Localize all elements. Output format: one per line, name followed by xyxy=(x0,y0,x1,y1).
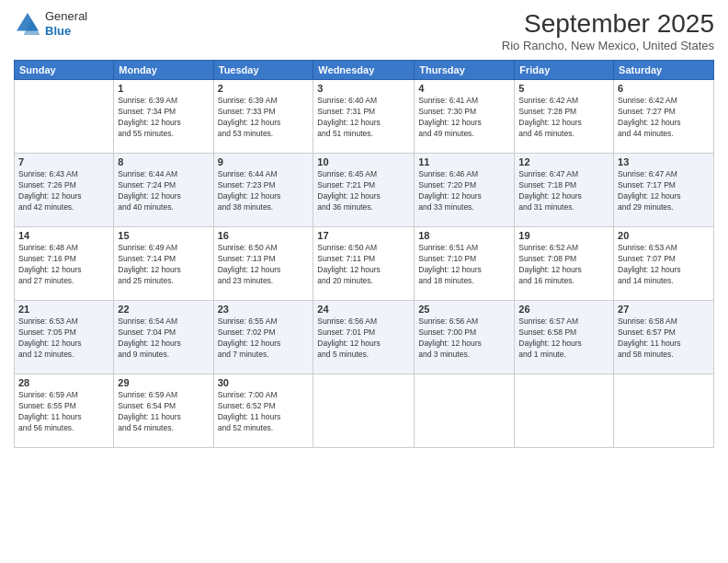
day-number: 20 xyxy=(618,230,710,241)
calendar-header-monday: Monday xyxy=(114,61,213,80)
calendar-day-cell: 4Sunrise: 6:41 AMSunset: 7:30 PMDaylight… xyxy=(415,80,515,154)
day-info: Sunrise: 6:41 AMSunset: 7:30 PMDaylight:… xyxy=(418,96,510,140)
day-info: Sunrise: 6:39 AMSunset: 7:34 PMDaylight:… xyxy=(118,96,209,140)
calendar-day-cell: 8Sunrise: 6:44 AMSunset: 7:24 PMDaylight… xyxy=(114,154,213,227)
calendar-day-cell: 7Sunrise: 6:43 AMSunset: 7:26 PMDaylight… xyxy=(15,154,114,227)
calendar-header-sunday: Sunday xyxy=(15,61,114,80)
day-info: Sunrise: 6:42 AMSunset: 7:27 PMDaylight:… xyxy=(618,96,710,140)
day-info: Sunrise: 6:56 AMSunset: 7:01 PMDaylight:… xyxy=(317,316,410,361)
day-number: 1 xyxy=(118,83,209,94)
day-number: 28 xyxy=(18,377,109,388)
empty-cell xyxy=(313,374,415,448)
calendar-day-cell: 1Sunrise: 6:39 AMSunset: 7:34 PMDaylight… xyxy=(114,80,213,154)
day-info: Sunrise: 6:53 AMSunset: 7:07 PMDaylight:… xyxy=(618,243,710,287)
calendar-day-cell: 16Sunrise: 6:50 AMSunset: 7:13 PMDayligh… xyxy=(213,227,313,301)
calendar-week-row: 14Sunrise: 6:48 AMSunset: 7:16 PMDayligh… xyxy=(15,227,714,301)
day-info: Sunrise: 6:40 AMSunset: 7:31 PMDaylight:… xyxy=(317,96,410,140)
calendar-day-cell: 23Sunrise: 6:55 AMSunset: 7:02 PMDayligh… xyxy=(213,301,313,374)
calendar-header-friday: Friday xyxy=(515,61,614,80)
calendar-day-cell: 12Sunrise: 6:47 AMSunset: 7:18 PMDayligh… xyxy=(515,154,614,227)
location: Rio Rancho, New Mexico, United States xyxy=(502,39,714,52)
calendar-day-cell: 14Sunrise: 6:48 AMSunset: 7:16 PMDayligh… xyxy=(15,227,114,301)
calendar-day-cell: 26Sunrise: 6:57 AMSunset: 6:58 PMDayligh… xyxy=(515,301,614,374)
day-info: Sunrise: 6:57 AMSunset: 6:58 PMDaylight:… xyxy=(518,316,609,361)
day-info: Sunrise: 6:56 AMSunset: 7:00 PMDaylight:… xyxy=(418,316,510,361)
day-number: 12 xyxy=(518,156,609,167)
page: General Blue September 2025 Rio Rancho, … xyxy=(0,0,728,563)
empty-cell xyxy=(614,374,714,448)
day-number: 9 xyxy=(218,156,310,167)
day-number: 25 xyxy=(418,304,510,315)
day-info: Sunrise: 6:46 AMSunset: 7:20 PMDaylight:… xyxy=(418,169,510,213)
day-number: 2 xyxy=(218,83,310,94)
day-number: 6 xyxy=(618,83,710,94)
calendar-header-tuesday: Tuesday xyxy=(213,61,313,80)
day-info: Sunrise: 6:42 AMSunset: 7:28 PMDaylight:… xyxy=(518,96,609,140)
day-number: 30 xyxy=(218,377,310,388)
day-number: 4 xyxy=(418,83,510,94)
calendar-week-row: 7Sunrise: 6:43 AMSunset: 7:26 PMDaylight… xyxy=(15,154,714,227)
logo-text: General Blue xyxy=(45,9,87,38)
day-number: 8 xyxy=(118,156,209,167)
calendar-day-cell: 17Sunrise: 6:50 AMSunset: 7:11 PMDayligh… xyxy=(313,227,415,301)
calendar-day-cell: 28Sunrise: 6:59 AMSunset: 6:55 PMDayligh… xyxy=(15,374,114,448)
day-number: 24 xyxy=(317,304,410,315)
calendar-day-cell: 11Sunrise: 6:46 AMSunset: 7:20 PMDayligh… xyxy=(415,154,515,227)
day-number: 3 xyxy=(317,83,410,94)
calendar-week-row: 1Sunrise: 6:39 AMSunset: 7:34 PMDaylight… xyxy=(15,80,714,154)
day-info: Sunrise: 6:59 AMSunset: 6:55 PMDaylight:… xyxy=(18,390,109,434)
calendar-header-row: SundayMondayTuesdayWednesdayThursdayFrid… xyxy=(15,61,714,80)
logo-general: General xyxy=(45,9,87,24)
calendar-day-cell: 2Sunrise: 6:39 AMSunset: 7:33 PMDaylight… xyxy=(213,80,313,154)
day-number: 15 xyxy=(118,230,209,241)
header: General Blue September 2025 Rio Rancho, … xyxy=(14,9,714,52)
day-info: Sunrise: 6:47 AMSunset: 7:18 PMDaylight:… xyxy=(518,169,609,213)
calendar-day-cell: 10Sunrise: 6:45 AMSunset: 7:21 PMDayligh… xyxy=(313,154,415,227)
month-title: September 2025 xyxy=(502,9,714,39)
calendar-table: SundayMondayTuesdayWednesdayThursdayFrid… xyxy=(14,60,714,448)
empty-cell xyxy=(515,374,614,448)
calendar-week-row: 21Sunrise: 6:53 AMSunset: 7:05 PMDayligh… xyxy=(15,301,714,374)
title-block: September 2025 Rio Rancho, New Mexico, U… xyxy=(502,9,714,52)
day-number: 27 xyxy=(618,304,710,315)
day-info: Sunrise: 6:45 AMSunset: 7:21 PMDaylight:… xyxy=(317,169,410,213)
day-number: 22 xyxy=(118,304,209,315)
calendar-day-cell: 9Sunrise: 6:44 AMSunset: 7:23 PMDaylight… xyxy=(213,154,313,227)
day-info: Sunrise: 6:50 AMSunset: 7:11 PMDaylight:… xyxy=(317,243,410,287)
calendar-day-cell: 22Sunrise: 6:54 AMSunset: 7:04 PMDayligh… xyxy=(114,301,213,374)
day-number: 29 xyxy=(118,377,209,388)
day-info: Sunrise: 6:50 AMSunset: 7:13 PMDaylight:… xyxy=(218,243,310,287)
day-info: Sunrise: 7:00 AMSunset: 6:52 PMDaylight:… xyxy=(218,390,310,434)
day-info: Sunrise: 6:53 AMSunset: 7:05 PMDaylight:… xyxy=(18,316,109,361)
day-info: Sunrise: 6:39 AMSunset: 7:33 PMDaylight:… xyxy=(218,96,310,140)
calendar-header-saturday: Saturday xyxy=(614,61,714,80)
day-number: 18 xyxy=(418,230,510,241)
calendar-day-cell: 27Sunrise: 6:58 AMSunset: 6:57 PMDayligh… xyxy=(614,301,714,374)
logo-icon xyxy=(14,10,41,38)
day-info: Sunrise: 6:59 AMSunset: 6:54 PMDaylight:… xyxy=(118,390,209,434)
day-info: Sunrise: 6:52 AMSunset: 7:08 PMDaylight:… xyxy=(518,243,609,287)
day-number: 5 xyxy=(518,83,609,94)
calendar-day-cell: 25Sunrise: 6:56 AMSunset: 7:00 PMDayligh… xyxy=(415,301,515,374)
day-info: Sunrise: 6:47 AMSunset: 7:17 PMDaylight:… xyxy=(618,169,710,213)
calendar-day-cell: 15Sunrise: 6:49 AMSunset: 7:14 PMDayligh… xyxy=(114,227,213,301)
calendar-day-cell: 5Sunrise: 6:42 AMSunset: 7:28 PMDaylight… xyxy=(515,80,614,154)
calendar-day-cell: 3Sunrise: 6:40 AMSunset: 7:31 PMDaylight… xyxy=(313,80,415,154)
calendar-day-cell: 19Sunrise: 6:52 AMSunset: 7:08 PMDayligh… xyxy=(515,227,614,301)
day-info: Sunrise: 6:44 AMSunset: 7:23 PMDaylight:… xyxy=(218,169,310,213)
calendar-week-row: 28Sunrise: 6:59 AMSunset: 6:55 PMDayligh… xyxy=(15,374,714,448)
logo-blue: Blue xyxy=(45,24,87,39)
day-number: 19 xyxy=(518,230,609,241)
day-number: 16 xyxy=(218,230,310,241)
day-number: 23 xyxy=(218,304,310,315)
calendar-day-cell: 24Sunrise: 6:56 AMSunset: 7:01 PMDayligh… xyxy=(313,301,415,374)
day-number: 13 xyxy=(618,156,710,167)
logo: General Blue xyxy=(14,9,87,38)
day-number: 17 xyxy=(317,230,410,241)
day-info: Sunrise: 6:58 AMSunset: 6:57 PMDaylight:… xyxy=(618,316,710,361)
calendar-day-cell: 29Sunrise: 6:59 AMSunset: 6:54 PMDayligh… xyxy=(114,374,213,448)
day-info: Sunrise: 6:55 AMSunset: 7:02 PMDaylight:… xyxy=(218,316,310,361)
day-number: 11 xyxy=(418,156,510,167)
calendar-day-cell: 30Sunrise: 7:00 AMSunset: 6:52 PMDayligh… xyxy=(213,374,313,448)
day-number: 10 xyxy=(317,156,410,167)
